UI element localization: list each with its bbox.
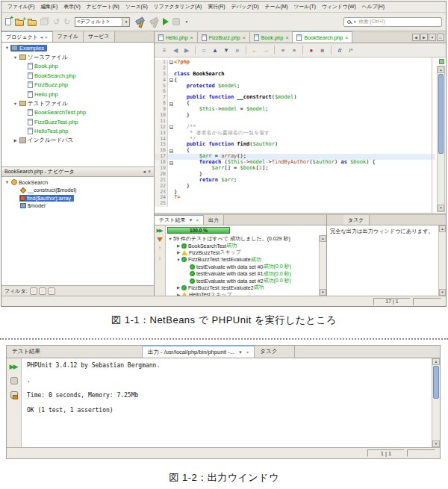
- close-window-icon[interactable]: ×: [45, 35, 48, 40]
- expander-icon[interactable]: ▼: [167, 237, 173, 241]
- menu-item[interactable]: ファイル(F): [4, 2, 38, 11]
- comment-icon[interactable]: //: [335, 46, 344, 54]
- tab-output[interactable]: 出力 - /usr/local/php/bin/phpunit -...▼×: [143, 345, 255, 358]
- options-icon[interactable]: [10, 391, 18, 399]
- close-window-icon[interactable]: ×: [148, 169, 151, 175]
- code-line[interactable]: 13 * 著者名から書籍名の一覧を返す: [155, 131, 435, 137]
- fold-collapse-icon[interactable]: [169, 60, 173, 64]
- expander-icon[interactable]: ▶: [175, 285, 181, 290]
- close-tab-icon[interactable]: ×: [190, 35, 193, 40]
- fold-gutter[interactable]: [168, 160, 174, 166]
- fold-gutter[interactable]: [168, 78, 174, 84]
- save-all-icon[interactable]: [40, 19, 48, 25]
- tree-item[interactable]: Hello.php: [1, 90, 154, 99]
- code-line[interactable]: 23}: [155, 190, 435, 196]
- run-icon[interactable]: [163, 18, 169, 25]
- expander-icon[interactable]: ▶: [175, 250, 181, 255]
- close-tab-icon[interactable]: ×: [243, 35, 246, 40]
- scrollbar-thumb[interactable]: [433, 366, 439, 399]
- scroll-up-icon[interactable]: ▲: [438, 66, 444, 73]
- editor-tab-Book.php[interactable]: Book.php×: [250, 31, 293, 43]
- close-tab-icon[interactable]: ×: [285, 35, 288, 40]
- scroll-down-icon[interactable]: ▼: [432, 440, 440, 447]
- scroll-down-icon[interactable]: ▼: [320, 289, 326, 296]
- tree-item[interactable]: ▼BookSearch: [1, 178, 154, 187]
- menu-item[interactable]: ウィンドウ(W): [319, 2, 359, 11]
- tab-test-results[interactable]: テスト結果: [7, 346, 143, 358]
- rerun-icon[interactable]: ▶▶: [10, 363, 19, 370]
- next-failure-icon[interactable]: ↓: [158, 255, 161, 261]
- tab-ファイル[interactable]: ファイル: [53, 31, 84, 42]
- redo-icon[interactable]: ↻: [63, 18, 70, 26]
- code-line[interactable]: 10 }: [155, 113, 435, 119]
- test-result-row[interactable]: ▶✓FizzBuzzTest::testEvaluate2 成功: [166, 284, 326, 291]
- tree-item[interactable]: FizzBuzzTest.php: [1, 117, 154, 126]
- menu-item[interactable]: ソース(S): [122, 2, 151, 11]
- tab-test-results[interactable]: テスト結果 ▼ ×: [155, 215, 204, 225]
- menu-item[interactable]: ナビゲート(N): [84, 2, 122, 11]
- record-macro-icon[interactable]: ●: [307, 46, 316, 54]
- scroll-down-icon[interactable]: ▼: [439, 289, 446, 296]
- scroll-tabs-right-icon[interactable]: ▶: [420, 34, 428, 41]
- undo-icon[interactable]: ↺: [53, 18, 60, 26]
- scroll-down-icon[interactable]: ▼: [438, 205, 444, 211]
- code-line[interactable]: 3class BookSearch: [155, 72, 435, 78]
- code-line[interactable]: 24?>: [155, 195, 435, 201]
- failed-filter-icon[interactable]: [157, 237, 163, 242]
- output-console[interactable]: PHPUnit 3.4.12 by Sebastian Bergmann..Ti…: [22, 358, 432, 447]
- previous-failure-icon[interactable]: ↑: [158, 246, 161, 252]
- filter-fields-icon[interactable]: ◦: [30, 287, 37, 295]
- code-line[interactable]: 21 return $arr;: [155, 178, 435, 184]
- scroll-up-icon[interactable]: ▲: [320, 235, 326, 242]
- editor-tab-BookSearch.php[interactable]: BookSearch.php×: [293, 31, 352, 43]
- fold-collapse-icon[interactable]: [169, 161, 173, 165]
- scroll-tabs-left-icon[interactable]: ◀: [412, 34, 420, 41]
- menu-item[interactable]: ヘルプ(H): [359, 2, 388, 11]
- test-result-row[interactable]: ✓testEvaluate with data set #1 成功 (0.0 秒…: [166, 270, 326, 277]
- new-file-icon[interactable]: [5, 18, 11, 25]
- fold-gutter[interactable]: [168, 101, 174, 107]
- tab-output[interactable]: 出力: [204, 215, 224, 225]
- tree-item[interactable]: Book.php: [1, 62, 154, 71]
- code-line[interactable]: 1<?php: [155, 60, 435, 66]
- expander-icon[interactable]: ▼: [4, 180, 10, 184]
- new-project-icon[interactable]: [15, 20, 24, 26]
- output-scrollbar[interactable]: ▲ ▼: [432, 358, 440, 447]
- summary-scrollbar[interactable]: ▲ ▼: [438, 225, 446, 296]
- expander-icon[interactable]: ▼: [4, 46, 10, 50]
- expander-icon[interactable]: ▶: [175, 293, 181, 296]
- find-next-icon[interactable]: ▼: [222, 46, 231, 54]
- forward-icon[interactable]: ▶: [182, 46, 191, 54]
- code-line[interactable]: 5 protected $model;: [155, 84, 435, 90]
- tree-item[interactable]: ▶インクルードパス: [1, 136, 154, 145]
- tree-item[interactable]: BookSearchTest.php: [1, 108, 154, 117]
- clean-build-icon[interactable]: [149, 16, 159, 27]
- tab-tasks[interactable]: タスク: [255, 346, 295, 358]
- close-tab-icon[interactable]: ×: [345, 35, 348, 40]
- editor-tab-Hello.php[interactable]: Hello.php×: [155, 31, 198, 43]
- expander-icon[interactable]: ▶: [12, 138, 19, 143]
- menu-item[interactable]: リファクタリング(A): [151, 2, 205, 11]
- code-line[interactable]: 7 public function __construct($model): [155, 95, 435, 101]
- test-result-row[interactable]: ✓testEvaluate with data set #2 成功 (0.0 秒…: [166, 277, 326, 284]
- tree-item[interactable]: find($author):array: [1, 194, 154, 202]
- outdent-icon[interactable]: «: [279, 46, 287, 54]
- tree-item[interactable]: HelloTest.php: [1, 127, 154, 136]
- next-occurrence-icon[interactable]: →: [261, 46, 270, 54]
- expander-icon[interactable]: ▼: [12, 102, 19, 106]
- search-dropdown-icon[interactable]: ▼: [353, 20, 356, 24]
- test-tree-scrollbar[interactable]: ▲ ▼: [319, 235, 326, 296]
- test-result-row[interactable]: ▶FizzBuzzTest スキップ: [166, 249, 326, 256]
- menu-item[interactable]: 表示(V): [60, 2, 84, 11]
- code-line[interactable]: 11: [155, 119, 435, 125]
- test-result-row[interactable]: ▼59 件のテストはすべて 成功しました。(0.029 秒): [166, 235, 326, 242]
- rerun-tests-icon[interactable]: ▶▶: [157, 228, 164, 234]
- menu-item[interactable]: デバッグ(D): [228, 2, 261, 11]
- filter-static-icon[interactable]: ◦: [39, 287, 46, 295]
- filter-public-icon[interactable]: ◦: [48, 287, 55, 295]
- expander-icon[interactable]: ▶: [175, 243, 181, 248]
- close-tab-icon[interactable]: ×: [246, 350, 249, 355]
- maximize-editor-icon[interactable]: □: [437, 34, 444, 41]
- open-project-icon[interactable]: [28, 20, 37, 26]
- uncomment-icon[interactable]: /*: [346, 46, 355, 54]
